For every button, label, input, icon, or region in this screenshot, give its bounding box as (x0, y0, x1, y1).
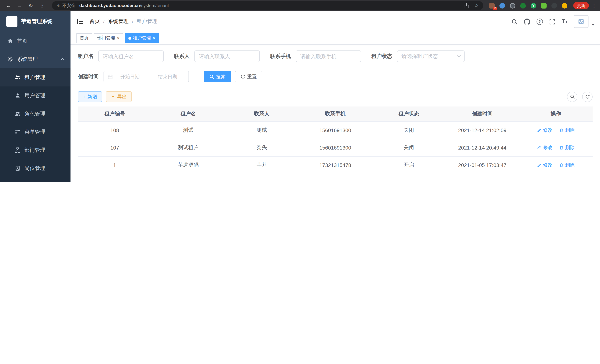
column-header: 操作 (519, 106, 593, 121)
close-icon[interactable]: × (117, 36, 120, 40)
contact-input[interactable] (194, 50, 260, 62)
help-icon[interactable]: ? (536, 18, 543, 25)
table-header-row: 租户编号 租户名 联系人 联系手机 租户状态 创建时间 操作 (78, 106, 593, 121)
user-icon (15, 93, 20, 98)
sidebar-item-dept-management[interactable]: 部门管理 (0, 141, 71, 159)
cell-actions: 修改 删除 (519, 121, 593, 139)
github-icon[interactable] (524, 18, 530, 25)
breadcrumb-item[interactable]: 系统管理 (108, 18, 129, 25)
edit-link[interactable]: 修改 (537, 127, 553, 133)
forward-button[interactable]: → (14, 1, 25, 10)
cell-tenant-name: 芋道源码 (151, 156, 225, 174)
edit-link[interactable]: 修改 (537, 162, 553, 168)
caret-down-icon[interactable]: ▾ (592, 22, 594, 27)
bookmark-star-icon[interactable]: ☆ (474, 3, 479, 9)
tab-home[interactable]: 首页 (76, 33, 92, 43)
security-label[interactable]: 不安全 (62, 2, 76, 9)
delete-link[interactable]: 删除 (559, 144, 575, 151)
broken-image-icon (578, 19, 584, 25)
active-dot (128, 37, 131, 39)
table-row: 107 测试租户 秃头 15601691300 关闭 2021-12-14 20… (78, 139, 593, 156)
reload-button[interactable]: ↻ (25, 1, 36, 10)
reset-button[interactable]: 重置 (235, 71, 262, 82)
address-bar[interactable]: ⚠ 不安全 dashboard.yudao.iocoder.cn /system… (52, 1, 483, 10)
trash-icon (559, 128, 564, 132)
cell-phone: 17321315478 (299, 156, 372, 174)
date-separator: - (147, 74, 150, 79)
main-area: 首页 / 系统管理 / 租户管理 ? TT ▾ (71, 11, 600, 182)
font-size-icon[interactable]: TT (562, 19, 568, 25)
extension-icon-1[interactable]: 10 (489, 3, 495, 8)
cell-phone: 15601691300 (299, 121, 372, 139)
edit-icon (537, 145, 541, 150)
url-path: /system/tenant (140, 3, 169, 8)
export-button[interactable]: 导出 (106, 91, 131, 102)
screen: ← → ↻ ⌂ ⚠ 不安全 dashboard.yudao.iocoder.cn… (0, 0, 600, 182)
sidebar-item-system-management[interactable]: 系统管理 (0, 50, 71, 68)
extension-icon-5[interactable]: Y (531, 3, 536, 8)
breadcrumb-item[interactable]: 首页 (89, 18, 100, 25)
extension-icon-3[interactable] (510, 3, 516, 8)
avatar[interactable] (574, 15, 589, 28)
sidebar-item-user-management[interactable]: 用户管理 (0, 86, 71, 105)
sidebar-item-label: 首页 (17, 38, 65, 44)
cell-tenant-name: 测试租户 (151, 139, 225, 156)
search-icon[interactable] (511, 18, 517, 25)
delete-link[interactable]: 删除 (559, 127, 575, 133)
contact-label: 联系人 (174, 53, 190, 60)
topbar: 首页 / 系统管理 / 租户管理 ? TT ▾ (71, 11, 600, 32)
sidebar-item-role-management[interactable]: 角色管理 (0, 105, 71, 123)
phone-input[interactable] (296, 50, 361, 62)
tab-tenant-management[interactable]: 租户管理 × (125, 33, 159, 43)
tenant-name-input[interactable] (98, 50, 164, 62)
search-icon (570, 94, 575, 99)
extension-icon-8[interactable] (562, 3, 567, 8)
delete-link[interactable]: 删除 (559, 162, 575, 168)
extension-icon-4[interactable] (520, 3, 526, 8)
extension-badge: 10 (493, 7, 497, 10)
trash-icon (559, 163, 564, 167)
sidebar-item-post-management[interactable]: 岗位管理 (0, 159, 71, 177)
home-button[interactable]: ⌂ (36, 1, 47, 10)
cell-actions: 修改 删除 (519, 156, 593, 174)
sidebar-item-dict-management[interactable]: 字典管理 (0, 177, 71, 182)
fullscreen-icon[interactable] (549, 18, 555, 25)
table-toolbar: + 新增 导出 (78, 91, 593, 102)
add-button[interactable]: + 新增 (78, 91, 102, 102)
browser-update-button[interactable]: 更新 (573, 2, 589, 9)
refresh-table-button[interactable] (582, 92, 593, 102)
close-icon[interactable]: × (153, 36, 155, 40)
back-button[interactable]: ← (3, 1, 14, 10)
extension-icon-6[interactable] (541, 3, 547, 8)
sidebar-collapse-icon[interactable] (76, 18, 84, 25)
cell-created: 2021-12-14 20:49:44 (445, 139, 519, 156)
cell-contact: 测试 (225, 121, 299, 139)
extension-icon-2[interactable] (499, 3, 505, 8)
sidebar-item-label: 系统管理 (17, 56, 60, 63)
share-icon[interactable] (464, 3, 469, 8)
logo: 芋道管理系统 (0, 11, 71, 32)
logo-image (6, 16, 18, 27)
show-search-button[interactable] (567, 92, 577, 102)
cell-tenant-id: 107 (78, 139, 151, 156)
sidebar-item-home[interactable]: 首页 (0, 32, 71, 50)
system-submenu: 租户管理 用户管理 角色管理 菜单管理 部门管理 (0, 68, 71, 182)
cell-tenant-id: 1 (78, 156, 151, 174)
create-time-range-picker[interactable]: 开始日期 - 结束日期 (103, 71, 189, 82)
sidebar: 芋道管理系统 首页 系统管理 租户管理 用户管理 (0, 11, 71, 182)
users-icon (15, 75, 20, 80)
phone-label: 联系手机 (270, 53, 291, 60)
search-icon (209, 74, 214, 79)
tab-dept-management[interactable]: 部门管理 × (94, 33, 123, 43)
extension-icon-7[interactable] (551, 3, 557, 8)
cell-contact: 芋艿 (225, 156, 299, 174)
status-label: 租户状态 (371, 53, 392, 60)
cell-created: 2021-12-14 21:02:09 (445, 121, 519, 139)
edit-icon (537, 163, 541, 167)
sidebar-item-tenant-management[interactable]: 租户管理 (0, 68, 71, 86)
sidebar-item-menu-management[interactable]: 菜单管理 (0, 123, 71, 141)
tenant-status-select[interactable]: 请选择租户状态 (397, 50, 465, 62)
search-button[interactable]: 搜索 (204, 71, 231, 82)
edit-link[interactable]: 修改 (537, 144, 553, 151)
browser-menu-icon[interactable]: ⋮ (591, 3, 597, 8)
